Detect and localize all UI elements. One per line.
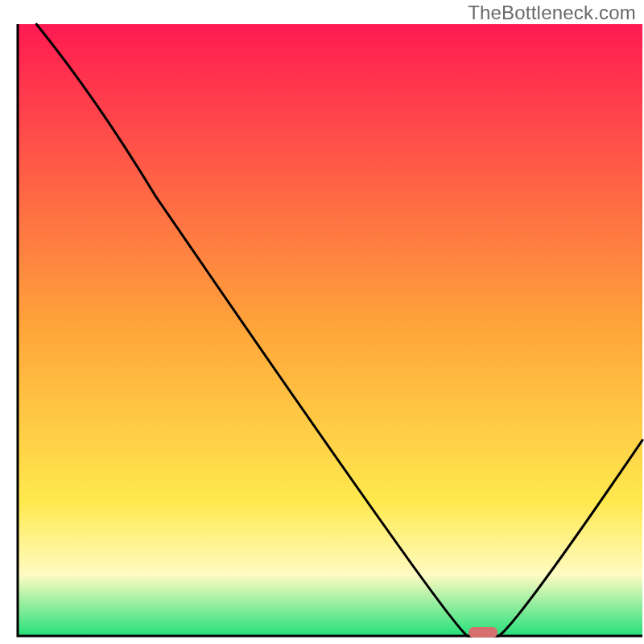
- chart-container: { "watermark": "TheBottleneck.com", "cha…: [0, 0, 644, 644]
- optimal-marker: [469, 627, 497, 638]
- bottleneck-chart: [0, 0, 644, 644]
- plot-background: [18, 24, 642, 636]
